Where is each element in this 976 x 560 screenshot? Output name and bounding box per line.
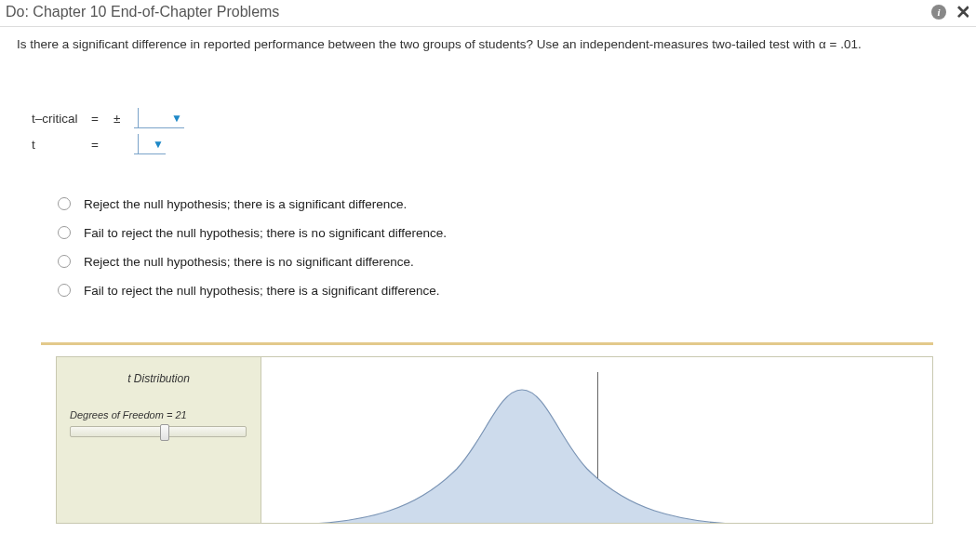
curve-path (280, 390, 764, 524)
option-label: Fail to reject the null hypothesis; ther… (84, 226, 447, 240)
dropdown-icon[interactable]: ▼ (153, 139, 164, 150)
radio-icon[interactable] (58, 255, 71, 268)
t-input[interactable]: ▼ (134, 136, 166, 154)
t-critical-label: t–critical (32, 112, 91, 126)
option-2[interactable]: Fail to reject the null hypothesis; ther… (58, 226, 957, 240)
option-label: Reject the null hypothesis; there is a s… (84, 197, 407, 211)
option-4[interactable]: Fail to reject the null hypothesis; ther… (58, 284, 957, 298)
option-3[interactable]: Reject the null hypothesis; there is no … (58, 255, 957, 269)
question-text: Is there a significant difference in rep… (17, 34, 957, 56)
page-title: Do: Chapter 10 End-of-Chapter Problems (6, 4, 931, 20)
dof-label: Degrees of Freedom = 21 (70, 409, 247, 420)
equals-sign: = (91, 112, 114, 126)
t-critical-row: t–critical = ± ▼ (32, 106, 957, 132)
radio-icon[interactable] (58, 226, 71, 239)
content-area: Is there a significant difference in rep… (0, 27, 976, 524)
radio-icon[interactable] (58, 197, 71, 210)
t-row: t = ▼ (32, 132, 957, 158)
radio-icon[interactable] (58, 284, 71, 297)
section-divider (41, 342, 933, 345)
inputs-block: t–critical = ± ▼ t = ▼ (32, 106, 957, 158)
answer-options: Reject the null hypothesis; there is a s… (58, 197, 957, 298)
close-icon[interactable]: ✕ (956, 5, 969, 20)
input-cursor (138, 134, 139, 154)
page-header: Do: Chapter 10 End-of-Chapter Problems i… (0, 0, 976, 27)
dof-slider[interactable] (70, 426, 247, 437)
controls-panel: t Distribution Degrees of Freedom = 21 (56, 356, 261, 524)
slider-thumb[interactable] (160, 424, 169, 441)
panel-title: t Distribution (70, 372, 247, 385)
info-icon[interactable]: i (931, 5, 946, 20)
dropdown-icon[interactable]: ▼ (171, 113, 182, 124)
input-cursor (138, 108, 139, 128)
t-critical-input[interactable]: ▼ (134, 110, 184, 128)
distribution-panel: t Distribution Degrees of Freedom = 21 (56, 356, 933, 524)
plus-minus-sign: ± (114, 112, 134, 126)
t-label: t (32, 138, 91, 152)
option-label: Fail to reject the null hypothesis; ther… (84, 284, 439, 298)
equals-sign: = (91, 138, 114, 152)
chart-panel (261, 356, 933, 524)
t-distribution-curve (261, 367, 782, 524)
option-label: Reject the null hypothesis; there is no … (84, 255, 414, 269)
option-1[interactable]: Reject the null hypothesis; there is a s… (58, 197, 957, 211)
